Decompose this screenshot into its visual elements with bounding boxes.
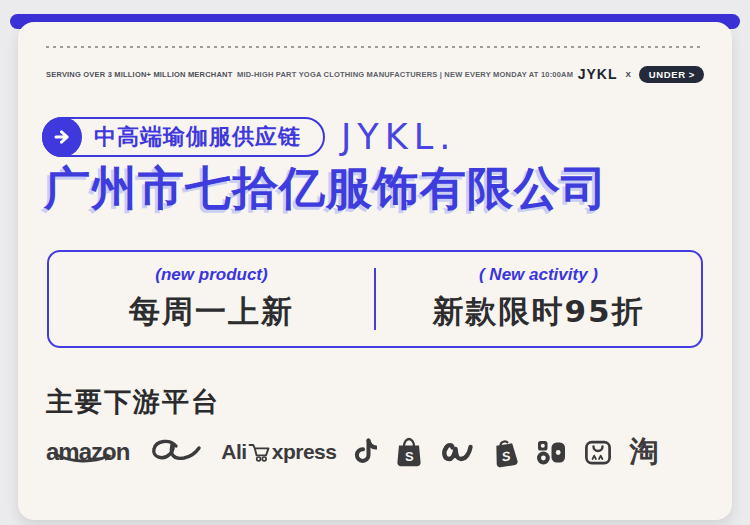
page: SERVING OVER 3 MILLION+ MILLION MERCHANT…	[0, 0, 750, 525]
aliexpress-left-text: Ali	[221, 440, 246, 464]
kuaishou-icon[interactable]	[536, 439, 567, 466]
promo-left-tag: (new product)	[155, 265, 267, 285]
content-card: SERVING OVER 3 MILLION+ MILLION MERCHANT…	[18, 22, 732, 520]
promo-left: (new product) 每周一上新	[49, 252, 374, 346]
promo-right: ( New activity ) 新款限时95折	[376, 252, 701, 346]
temu-bag-icon[interactable]	[584, 439, 612, 466]
platform-logo-row: amazon Ali	[46, 430, 712, 474]
under-badge[interactable]: UNDER >	[639, 66, 704, 83]
dashed-divider	[46, 46, 704, 48]
promo-left-text: 每周一上新	[129, 291, 294, 333]
brand-name: JYKL	[578, 66, 618, 82]
tiktok-icon[interactable]	[353, 437, 377, 467]
pill-row: 中高端瑜伽服供应链 JYKL.	[42, 117, 456, 157]
platforms-heading: 主要下游平台	[46, 384, 220, 420]
promo-right-text: 新款限时95折	[432, 291, 644, 333]
brand-lockup: JYKL X UNDER >	[578, 66, 704, 83]
alibaba-script-icon[interactable]	[146, 437, 204, 467]
shopee-letter: S	[394, 449, 424, 464]
arrow-right-icon	[42, 117, 82, 157]
aliexpress-logo-icon[interactable]: Ali xpress	[221, 438, 336, 466]
amazon-smile-arrow-icon	[53, 450, 117, 468]
promo-right-tag: ( New activity )	[479, 265, 598, 285]
cart-icon	[248, 442, 271, 466]
taobao-character: 淘	[629, 432, 658, 472]
taobao-icon[interactable]: 淘	[629, 432, 658, 472]
supply-chain-pill: 中高端瑜伽服供应链	[42, 117, 325, 157]
shopify-icon[interactable]: S	[490, 435, 522, 470]
serving-text: SERVING OVER 3 MILLION+ MILLION MERCHANT	[46, 70, 232, 79]
promo-box: (new product) 每周一上新 ( New activity ) 新款限…	[47, 250, 703, 348]
aliexpress-right-text: xpress	[272, 440, 337, 464]
meta-row: SERVING OVER 3 MILLION+ MILLION MERCHANT…	[46, 66, 704, 82]
collab-x: X	[625, 70, 630, 79]
wish-icon[interactable]	[441, 438, 475, 466]
company-title: 广州市七拾亿服饰有限公司	[44, 158, 608, 220]
tagline-text: MID-HIGH PART YOGA CLOTHING MANUFACTURER…	[237, 70, 573, 79]
jykl-logo: JYKL.	[341, 117, 456, 157]
shopee-icon[interactable]: S	[394, 436, 424, 468]
amazon-logo-icon[interactable]: amazon	[46, 438, 129, 466]
pill-label: 中高端瑜伽服供应链	[94, 122, 301, 152]
